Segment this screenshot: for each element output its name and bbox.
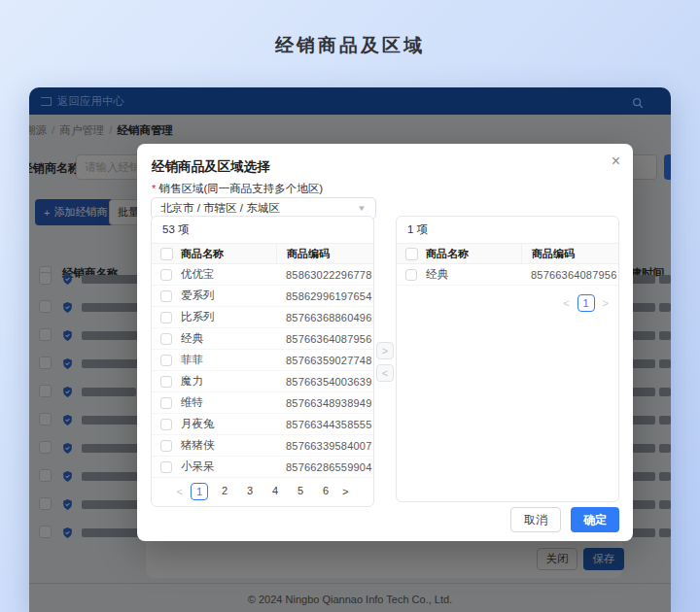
product-row: 爱系列85862996197654 xyxy=(152,286,373,307)
target-rows: 经典85766364087956 xyxy=(397,264,618,286)
collapse-icon xyxy=(41,97,52,106)
row-checkbox[interactable] xyxy=(160,397,172,409)
page-title: 经销商品及区域 xyxy=(0,33,700,58)
product-name: 猪猪侠 xyxy=(181,438,276,453)
target-select-all-checkbox[interactable] xyxy=(405,248,418,260)
row-checkbox[interactable] xyxy=(160,269,172,281)
pagination-page-4[interactable]: 4 xyxy=(266,483,284,500)
row-checkbox[interactable] xyxy=(160,440,172,452)
product-row: 猪猪侠85766339584007 xyxy=(152,435,373,457)
product-row: 比系列85766368860496 xyxy=(152,307,373,328)
back-label: 返回应用中心 xyxy=(57,94,124,109)
source-pagination: <123456> xyxy=(152,477,373,506)
source-count: 53 项 xyxy=(152,217,373,243)
page: 经销商品及区域 返回应用中心 溯源/商户管理/经销商管理 经销商名称: + 添加… xyxy=(0,0,700,612)
source-rows: 优优宝85863022296778爱系列85862996197654比系列857… xyxy=(152,264,373,478)
product-row: 经典85766364087956 xyxy=(397,264,618,286)
product-name: 维特 xyxy=(181,395,276,410)
product-name: 魔力 xyxy=(181,374,276,389)
pagination-prev[interactable]: < xyxy=(563,297,569,309)
product-name-column-header: 商品名称 xyxy=(426,247,521,261)
target-pagination: <1> xyxy=(397,294,618,312)
product-name: 比系列 xyxy=(181,310,276,324)
target-product-panel: 1 项 商品名称 商品编码 经典85766364087956 <1> xyxy=(396,216,619,502)
transfer-left-button[interactable]: < xyxy=(376,364,394,382)
product-code: 85766344358555 xyxy=(276,419,373,430)
product-row: 优优宝85863022296778 xyxy=(152,264,373,286)
row-checkbox[interactable] xyxy=(160,355,172,366)
product-name: 菲菲 xyxy=(181,353,276,367)
product-row: 小呆呆85766286559904 xyxy=(152,457,373,478)
product-code: 85766354003639 xyxy=(276,376,373,388)
cancel-button[interactable]: 取消 xyxy=(510,507,561,532)
row-checkbox[interactable] xyxy=(160,376,172,388)
app-header-bar: 返回应用中心 xyxy=(29,87,671,115)
product-name: 小呆呆 xyxy=(181,459,276,474)
product-code: 85766368860496 xyxy=(276,312,373,323)
product-code: 85766364087956 xyxy=(521,269,618,281)
target-table-header: 商品名称 商品编码 xyxy=(397,243,618,264)
product-row: 菲菲85766359027748 xyxy=(152,350,373,371)
product-row: 维特85766348938949 xyxy=(152,392,373,414)
source-table-header: 商品名称 商品编码 xyxy=(152,243,373,264)
pagination-prev[interactable]: < xyxy=(177,486,183,497)
pagination-next[interactable]: > xyxy=(342,486,348,497)
row-checkbox[interactable] xyxy=(405,269,417,281)
pagination-next[interactable]: > xyxy=(603,297,609,309)
transfer-right-button[interactable]: > xyxy=(376,342,394,359)
product-code: 85766339584007 xyxy=(276,440,373,452)
product-code-column-header: 商品编码 xyxy=(276,244,373,263)
chevron-down-icon: ▼ xyxy=(357,204,367,213)
product-row: 月夜兔85766344358555 xyxy=(152,414,373,435)
product-code: 85766359027748 xyxy=(276,355,373,366)
product-name-column-header: 商品名称 xyxy=(181,247,276,261)
product-name: 经典 xyxy=(426,267,521,282)
row-checkbox[interactable] xyxy=(160,312,172,323)
product-name: 优优宝 xyxy=(181,267,276,282)
row-checkbox[interactable] xyxy=(160,333,172,345)
required-asterisk: * xyxy=(152,183,156,194)
back-to-app-center[interactable]: 返回应用中心 xyxy=(41,94,124,109)
product-row: 魔力85766354003639 xyxy=(152,371,373,392)
product-code: 85766364087956 xyxy=(276,333,373,345)
pagination-page-6[interactable]: 6 xyxy=(317,483,334,500)
row-checkbox[interactable] xyxy=(160,290,172,302)
row-checkbox[interactable] xyxy=(160,419,172,430)
region-label: *销售区域(同一商品支持多个地区) xyxy=(152,182,323,196)
product-code: 85862996197654 xyxy=(276,290,373,302)
close-icon[interactable]: × xyxy=(612,153,620,169)
confirm-button[interactable]: 确定 xyxy=(571,507,619,532)
search-icon[interactable] xyxy=(632,95,644,113)
source-product-panel: 53 项 商品名称 商品编码 优优宝85863022296778爱系列85862… xyxy=(151,216,374,507)
product-name: 爱系列 xyxy=(181,289,276,303)
region-value: 北京市 / 市辖区 / 东城区 xyxy=(160,201,280,216)
pagination-page-3[interactable]: 3 xyxy=(241,483,259,500)
product-name: 月夜兔 xyxy=(181,417,276,431)
product-code: 85766348938949 xyxy=(276,397,373,409)
target-count: 1 项 xyxy=(397,217,618,243)
product-row: 经典85766364087956 xyxy=(152,328,373,350)
pagination-page-1[interactable]: 1 xyxy=(191,483,208,500)
product-code: 85863022296778 xyxy=(276,269,373,281)
product-region-modal: 经销商品及区域选择 × *销售区域(同一商品支持多个地区) 北京市 / 市辖区 … xyxy=(137,144,633,541)
product-code: 85766286559904 xyxy=(276,461,373,473)
pagination-page-2[interactable]: 2 xyxy=(216,483,233,500)
modal-title: 经销商品及区域选择 xyxy=(152,158,270,176)
row-checkbox[interactable] xyxy=(160,461,172,473)
product-code-column-header: 商品编码 xyxy=(521,244,618,263)
product-name: 经典 xyxy=(181,331,276,346)
source-select-all-checkbox[interactable] xyxy=(160,248,173,260)
pagination-page-1[interactable]: 1 xyxy=(578,294,595,312)
modal-footer: 取消 确定 xyxy=(510,507,619,532)
pagination-page-5[interactable]: 5 xyxy=(292,483,309,500)
